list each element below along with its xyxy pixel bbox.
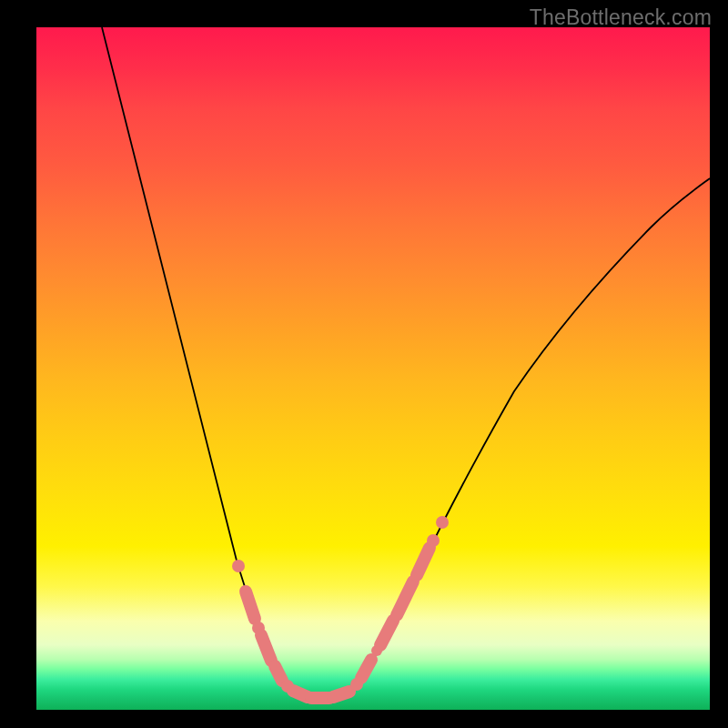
marker-segment (361, 660, 371, 678)
marker-dot (427, 534, 440, 547)
marker-segment (275, 666, 282, 681)
marker-segment (333, 692, 349, 697)
marker-segment (261, 635, 271, 661)
marker-segment (397, 581, 413, 615)
plot-area (36, 27, 710, 710)
marker-dot (436, 516, 449, 529)
watermark-text: TheBottleneck.com (530, 5, 712, 30)
marker-segment (417, 548, 430, 575)
marker-group (232, 516, 449, 698)
marker-segment (380, 621, 393, 645)
marker-segment (246, 592, 255, 619)
chart-svg (36, 27, 710, 710)
marker-dot (232, 560, 245, 572)
chart-frame: TheBottleneck.com (0, 0, 728, 728)
